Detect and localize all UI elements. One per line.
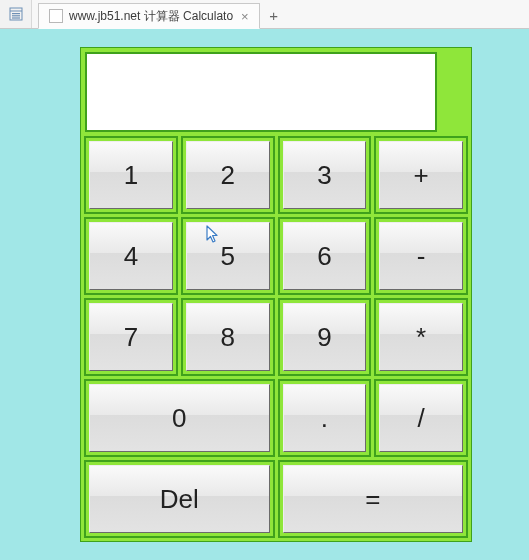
key-divide[interactable]: / xyxy=(379,384,463,452)
page-favicon-icon xyxy=(49,9,63,23)
browser-tab[interactable]: www.jb51.net 计算器 Calculato × xyxy=(38,3,260,29)
keypad-row-4: 0 . / xyxy=(81,379,471,460)
browser-tab-strip: www.jb51.net 计算器 Calculato × + xyxy=(0,0,529,29)
key-9[interactable]: 9 xyxy=(283,303,367,371)
window-menu-icon[interactable] xyxy=(0,0,32,28)
page-viewport: 1 2 3 + 4 5 6 - 7 8 9 * 0 . / Del = xyxy=(0,29,529,560)
key-0[interactable]: 0 xyxy=(89,384,270,452)
key-multiply[interactable]: * xyxy=(379,303,463,371)
svg-rect-3 xyxy=(12,15,20,16)
display-row xyxy=(81,48,471,136)
key-3[interactable]: 3 xyxy=(283,141,367,209)
keypad-row-1: 1 2 3 + xyxy=(81,136,471,217)
key-4[interactable]: 4 xyxy=(89,222,173,290)
tab-close-icon[interactable]: × xyxy=(239,10,251,23)
keypad-row-3: 7 8 9 * xyxy=(81,298,471,379)
key-1[interactable]: 1 xyxy=(89,141,173,209)
calculator-display xyxy=(85,52,437,132)
key-7[interactable]: 7 xyxy=(89,303,173,371)
key-dot[interactable]: . xyxy=(283,384,367,452)
key-6[interactable]: 6 xyxy=(283,222,367,290)
calculator-frame: 1 2 3 + 4 5 6 - 7 8 9 * 0 . / Del = xyxy=(80,47,472,542)
svg-rect-2 xyxy=(12,13,20,14)
keypad-row-2: 4 5 6 - xyxy=(81,217,471,298)
svg-rect-4 xyxy=(12,17,20,18)
key-plus[interactable]: + xyxy=(379,141,463,209)
key-5[interactable]: 5 xyxy=(186,222,270,290)
key-delete[interactable]: Del xyxy=(89,465,270,533)
plus-icon: + xyxy=(269,7,278,24)
new-tab-button[interactable]: + xyxy=(260,3,288,28)
key-2[interactable]: 2 xyxy=(186,141,270,209)
key-8[interactable]: 8 xyxy=(186,303,270,371)
tab-title: www.jb51.net 计算器 Calculato xyxy=(69,8,233,25)
key-equals[interactable]: = xyxy=(283,465,464,533)
key-minus[interactable]: - xyxy=(379,222,463,290)
keypad-row-5: Del = xyxy=(81,460,471,541)
display-side-gutter xyxy=(441,52,467,132)
